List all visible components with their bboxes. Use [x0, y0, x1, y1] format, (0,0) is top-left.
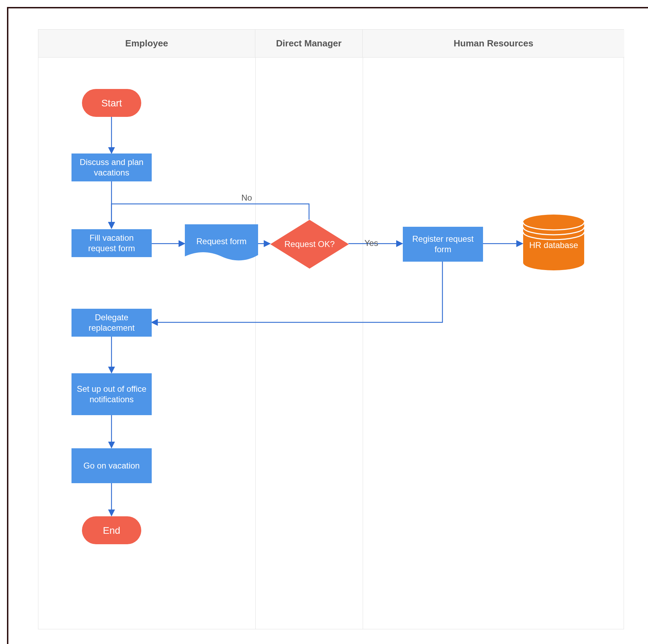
edge-label-no: No: [241, 193, 252, 203]
start-node: Start: [82, 89, 141, 117]
edge-label-yes: Yes: [364, 238, 378, 248]
request-form-label: Request form: [185, 224, 258, 262]
hr-database-node: HR database: [523, 215, 584, 270]
lane-header-direct-manager: Direct Manager: [255, 30, 363, 58]
setup-ooo-node: Set up out of office notifications: [71, 373, 152, 415]
register-request-node: Register request form: [403, 227, 483, 262]
hr-database-label: HR database: [523, 240, 584, 250]
delegate-replacement-node: Delegate replacement: [71, 309, 152, 337]
lane-divider: [255, 58, 256, 629]
fill-vacation-request-node: Fill vacation request form: [71, 229, 152, 257]
lane-header-human-resources: Human Resources: [363, 30, 624, 58]
svg-point-3: [523, 255, 584, 270]
lane-header-employee: Employee: [38, 30, 255, 58]
swimlane-canvas: Employee Direct Manager Human Resources: [38, 29, 624, 629]
diagram-frame: Employee Direct Manager Human Resources: [7, 7, 648, 644]
request-ok-decision: Request OK?: [270, 220, 349, 269]
go-on-vacation-node: Go on vacation: [71, 448, 152, 483]
discuss-plan-node: Discuss and plan vacations: [71, 153, 152, 181]
request-ok-label: Request OK?: [270, 220, 349, 269]
request-form-document: Request form: [185, 224, 258, 262]
lane-divider: [363, 58, 363, 629]
end-node: End: [82, 516, 141, 544]
